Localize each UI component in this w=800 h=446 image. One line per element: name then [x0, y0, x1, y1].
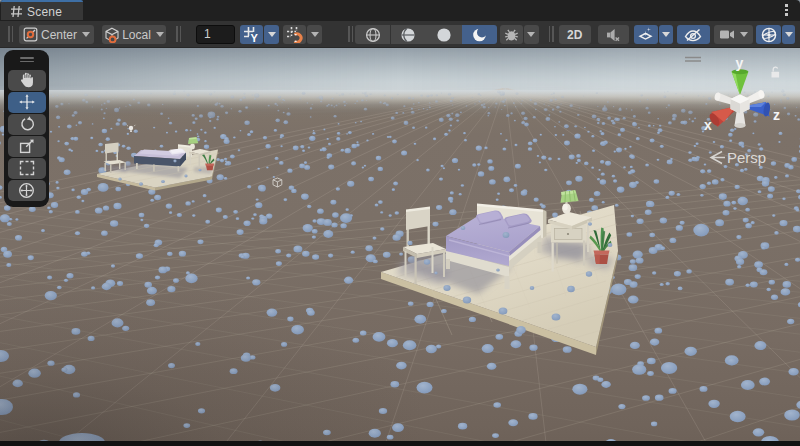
svg-text:x: x: [704, 117, 712, 133]
svg-text:z: z: [773, 107, 780, 123]
svg-text:y: y: [736, 55, 744, 71]
svg-text:Persp: Persp: [727, 149, 766, 166]
svg-text:Y: Y: [251, 32, 259, 44]
